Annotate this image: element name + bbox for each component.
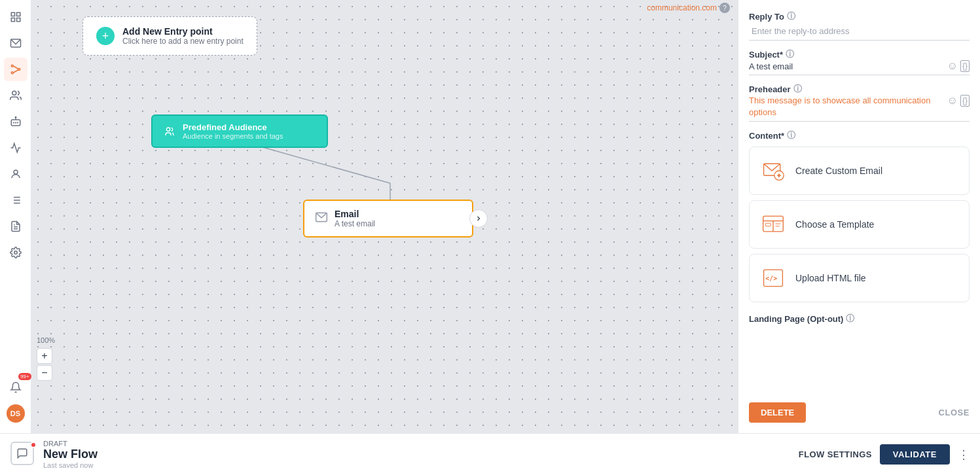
site-link[interactable]: communication.com — [647, 3, 717, 12]
audience-node-text: Predefined Audience Audience in segments… — [183, 122, 283, 140]
email-node-arrow-btn[interactable] — [469, 209, 488, 228]
emoji-icon[interactable]: ☺ — [947, 60, 958, 72]
svg-point-10 — [12, 91, 16, 95]
top-bar: communication.com ? — [639, 0, 738, 16]
sidebar-icon-list[interactable] — [4, 188, 27, 212]
email-node-subtitle: A test email — [335, 219, 375, 228]
sidebar-icon-grid[interactable] — [4, 5, 27, 29]
delete-button[interactable]: DELETE — [749, 402, 806, 423]
svg-point-6 — [18, 69, 20, 71]
preheader-row: This message is to showcase all communic… — [749, 95, 970, 122]
draft-label: DRAFT — [43, 440, 98, 448]
svg-text:</>: </> — [765, 275, 777, 282]
svg-rect-0 — [11, 12, 14, 16]
draft-icon-wrap — [10, 442, 37, 468]
audience-node-title: Predefined Audience — [183, 122, 283, 132]
preheader-info-icon[interactable]: ⓘ — [793, 83, 802, 95]
subject-input[interactable] — [749, 62, 945, 71]
saved-text: Last saved now — [43, 461, 98, 469]
draft-dot — [30, 442, 37, 448]
user-avatar[interactable]: DS — [7, 404, 25, 423]
svg-point-16 — [14, 170, 18, 174]
preheader-emoji-icon[interactable]: ☺ — [947, 95, 958, 107]
svg-point-29 — [166, 128, 170, 131]
subject-label: Subject* ⓘ — [749, 48, 970, 60]
landing-page-label: Landing Page (Opt-out) ⓘ — [749, 313, 970, 325]
reply-to-section: Reply To ⓘ — [749, 10, 970, 41]
svg-rect-2 — [11, 18, 14, 22]
content-label: Content* ⓘ — [749, 130, 970, 141]
content-info-icon[interactable]: ⓘ — [787, 130, 795, 141]
upload-html-card[interactable]: </> Upload HTML file — [749, 254, 970, 302]
flow-name: New Flow — [43, 448, 98, 461]
create-custom-email-card[interactable]: Create Custom Email — [749, 147, 970, 195]
svg-rect-3 — [16, 18, 20, 22]
svg-point-5 — [11, 65, 13, 67]
email-node-title: Email — [335, 209, 375, 219]
svg-rect-38 — [765, 224, 771, 227]
landing-page-info-icon[interactable]: ⓘ — [846, 313, 854, 325]
email-node[interactable]: Email A test email — [303, 200, 473, 238]
svg-line-9 — [13, 70, 18, 73]
notification-badge: 99+ — [18, 373, 31, 380]
audience-node[interactable]: Predefined Audience Audience in segments… — [151, 114, 328, 148]
more-options-button[interactable]: ⋮ — [958, 448, 970, 462]
right-panel: Reply To ⓘ Subject* ⓘ ☺ {} Preheader ⓘ — [738, 0, 980, 433]
content-section: Content* ⓘ Create Custom Email — [749, 130, 970, 302]
zoom-out-button[interactable]: − — [37, 365, 52, 381]
zoom-controls: 100% + − — [37, 336, 55, 381]
create-custom-email-label: Create Custom Email — [795, 166, 882, 176]
bottom-bar: DRAFT New Flow Last saved now FLOW SETTI… — [0, 433, 980, 475]
audience-node-icon — [163, 125, 176, 138]
landing-page-section: Landing Page (Opt-out) ⓘ — [749, 313, 970, 325]
svg-point-25 — [14, 251, 17, 255]
entry-point-subtitle: Click here to add a new entry point — [122, 37, 244, 46]
reply-to-input[interactable] — [749, 22, 970, 41]
sidebar-icon-bot[interactable] — [4, 110, 27, 133]
draft-info: DRAFT New Flow Last saved now — [43, 440, 98, 469]
preheader-input[interactable]: This message is to showcase all communic… — [749, 95, 945, 118]
subject-section: Subject* ⓘ ☺ {} — [749, 48, 970, 75]
draft-section: DRAFT New Flow Last saved now — [10, 440, 791, 469]
zoom-in-button[interactable]: + — [37, 348, 52, 364]
flow-settings-button[interactable]: FLOW SETTINGS — [799, 449, 872, 459]
svg-line-8 — [13, 66, 18, 69]
sidebar-icon-inbox[interactable] — [4, 31, 27, 55]
entry-point-title: Add New Entry point — [122, 26, 244, 37]
notification-bell-icon[interactable]: 99+ — [4, 376, 27, 399]
choose-template-label: Choose a Template — [795, 219, 874, 230]
email-node-icon — [315, 211, 328, 227]
entry-point-node[interactable]: + Add New Entry point Click here to add … — [82, 16, 257, 56]
email-node-text: Email A test email — [335, 209, 375, 228]
upload-html-icon: </> — [760, 265, 786, 291]
create-custom-email-icon — [760, 158, 786, 184]
svg-point-7 — [11, 72, 13, 74]
help-icon[interactable]: ? — [719, 3, 730, 13]
validate-button[interactable]: VALIDATE — [880, 444, 950, 465]
plus-icon: + — [96, 27, 115, 45]
subject-row: ☺ {} — [749, 60, 970, 75]
preheader-variable-icon[interactable]: {} — [960, 95, 970, 107]
reply-to-label: Reply To ⓘ — [749, 10, 970, 22]
svg-point-12 — [15, 117, 16, 118]
choose-template-card[interactable]: Choose a Template — [749, 200, 970, 249]
canvas-area[interactable]: communication.com ? + Add New Entry poin… — [31, 0, 738, 433]
preheader-label: Preheader ⓘ — [749, 83, 970, 95]
sidebar-icon-report[interactable] — [4, 215, 27, 238]
choose-template-icon — [760, 211, 786, 238]
sidebar-icon-chart[interactable] — [4, 136, 27, 160]
audience-node-subtitle: Audience in segments and tags — [183, 132, 283, 140]
sidebar-icon-people[interactable] — [4, 162, 27, 186]
sidebar-icon-contacts[interactable] — [4, 84, 27, 107]
sidebar: 99+ DS — [0, 0, 31, 433]
preheader-section: Preheader ⓘ This message is to showcase … — [749, 83, 970, 122]
subject-info-icon[interactable]: ⓘ — [786, 48, 794, 60]
sidebar-icon-flows[interactable] — [4, 58, 27, 81]
sidebar-icon-settings[interactable] — [4, 241, 27, 264]
zoom-level: 100% — [37, 336, 55, 344]
svg-rect-1 — [16, 12, 20, 16]
variable-icon[interactable]: {} — [960, 60, 970, 72]
entry-point-text: Add New Entry point Click here to add a … — [122, 26, 244, 46]
close-button[interactable]: CLOSE — [939, 408, 970, 417]
reply-to-info-icon[interactable]: ⓘ — [787, 10, 795, 22]
